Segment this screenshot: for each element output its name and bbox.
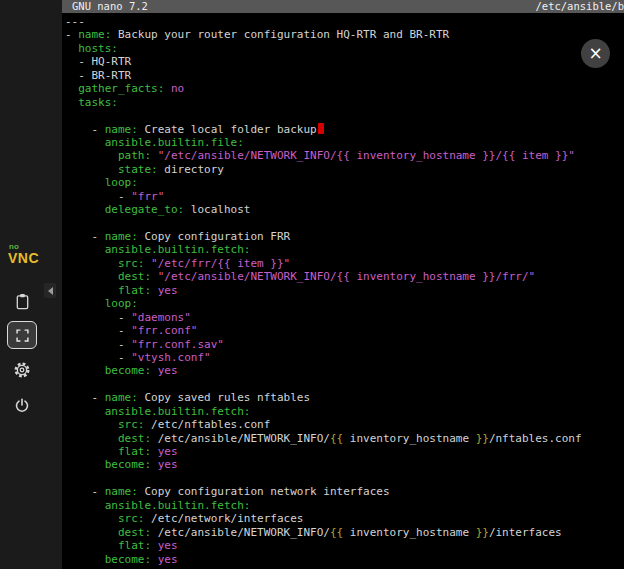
vnc-screen: no VNC xyxy=(0,0,624,569)
editor-line: flat: yes xyxy=(65,445,624,458)
editor-line xyxy=(65,378,624,391)
nano-filename-label: /etc/ansible/b xyxy=(535,0,624,13)
editor-line: src: /etc/network/interfaces xyxy=(65,512,624,525)
editor-line: - name: Copy configuration network inter… xyxy=(65,485,624,498)
power-icon xyxy=(14,397,30,413)
editor-line: hosts: xyxy=(65,42,624,55)
editor-line: loop: xyxy=(65,176,624,189)
editor-line: delegate_to: localhost xyxy=(65,203,624,216)
editor-line: - "frr.conf" xyxy=(65,324,624,337)
editor-line xyxy=(65,472,624,485)
sidebar-collapse-handle[interactable] xyxy=(44,283,56,298)
clipboard-button[interactable] xyxy=(7,287,37,315)
editor-line: - name: Create local folder backup xyxy=(65,123,624,136)
text-cursor xyxy=(318,123,324,134)
editor-line: dest: /etc/ansible/NETWORK_INFO/{{ inven… xyxy=(65,526,624,539)
editor-line: - HQ-RTR xyxy=(65,55,624,68)
editor-line xyxy=(65,109,624,122)
editor-line: - "frr.conf.sav" xyxy=(65,338,624,351)
editor-line: flat: yes xyxy=(65,284,624,297)
editor-line: --- xyxy=(65,15,624,28)
editor-line: - BR-RTR xyxy=(65,69,624,82)
editor-buffer[interactable]: ---- name: Backup your router configurat… xyxy=(62,13,624,566)
editor-line: loop: xyxy=(65,297,624,310)
editor-line: - name: Copy saved rules nftables xyxy=(65,391,624,404)
editor-line: ansible.builtin.fetch: xyxy=(65,405,624,418)
novnc-logo: no VNC xyxy=(8,243,39,265)
fullscreen-button[interactable] xyxy=(7,321,37,349)
clipboard-icon xyxy=(14,293,31,310)
editor-line: - "vtysh.conf" xyxy=(65,351,624,364)
editor-line: - "daemons" xyxy=(65,311,624,324)
close-icon: × xyxy=(588,45,602,62)
fullscreen-icon xyxy=(15,328,30,343)
editor-line: ansible.builtin.file: xyxy=(65,136,624,149)
power-button[interactable] xyxy=(7,391,37,419)
editor-line: - "frr" xyxy=(65,190,624,203)
close-overlay-button[interactable]: × xyxy=(581,39,610,68)
editor-line: dest: /etc/ansible/NETWORK_INFO/{{ inven… xyxy=(65,432,624,445)
editor-line: become: yes xyxy=(65,553,624,566)
editor-line xyxy=(65,217,624,230)
chevron-left-icon xyxy=(48,287,53,295)
gear-icon xyxy=(13,361,31,379)
editor-line: ansible.builtin.fetch: xyxy=(65,499,624,512)
editor-line: src: /etc/nftables.conf xyxy=(65,418,624,431)
editor-line: tasks: xyxy=(65,96,624,109)
editor-line: dest: "/etc/ansible/NETWORK_INFO/{{ inve… xyxy=(65,270,624,283)
editor-line: become: yes xyxy=(65,458,624,471)
novnc-logo-text-vnc: VNC xyxy=(8,251,39,265)
nano-version-label: GNU nano 7.2 xyxy=(72,0,148,13)
editor-line: ansible.builtin.fetch: xyxy=(65,243,624,256)
editor-line: - name: Backup your router configuration… xyxy=(65,28,624,41)
editor-line: become: yes xyxy=(65,364,624,377)
editor-line: path: "/etc/ansible/NETWORK_INFO/{{ inve… xyxy=(65,149,624,162)
terminal-window: GNU nano 7.2 /etc/ansible/b ---- name: B… xyxy=(62,0,624,569)
editor-line: state: directory xyxy=(65,163,624,176)
editor-line: - name: Copy configuration FRR xyxy=(65,230,624,243)
settings-button[interactable] xyxy=(7,356,37,384)
editor-line: flat: yes xyxy=(65,539,624,552)
editor-line: src: "/etc/frr/{{ item }}" xyxy=(65,257,624,270)
editor-line: gather_facts: no xyxy=(65,82,624,95)
nano-titlebar: GNU nano 7.2 /etc/ansible/b xyxy=(62,0,624,13)
